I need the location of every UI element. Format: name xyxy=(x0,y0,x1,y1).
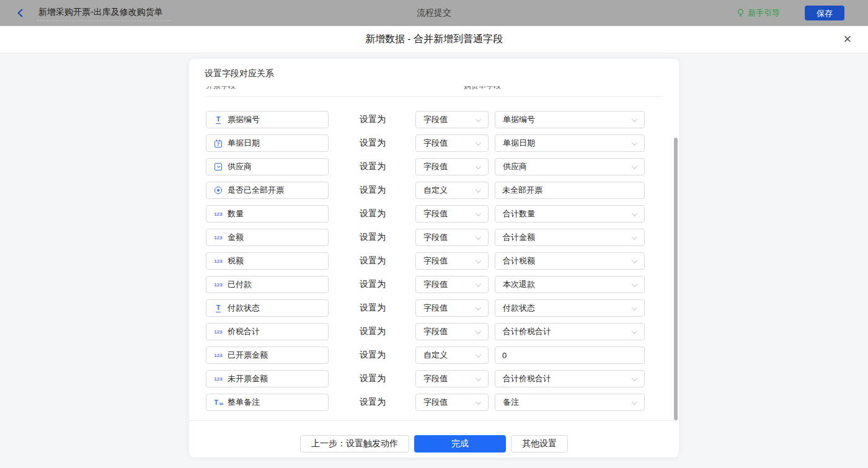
target-field-select[interactable]: 合计价税合计 xyxy=(495,323,645,340)
source-field-label: 整单备注 xyxy=(228,397,260,408)
chevron-down-icon xyxy=(476,351,482,358)
set-to-label: 设置为 xyxy=(360,302,389,314)
target-field-select[interactable]: 单据日期 xyxy=(495,135,645,152)
chevron-down-icon xyxy=(632,399,638,405)
panel-footer: 上一步：设置触发动作 完成 其他设置 xyxy=(189,435,679,453)
value-mode-select[interactable]: 自定义 xyxy=(415,347,489,364)
set-to-label: 设置为 xyxy=(360,397,389,408)
target-field-select[interactable]: 合计金额 xyxy=(495,229,645,246)
target-field-select[interactable]: 合计税额 xyxy=(495,252,645,270)
value-mode-select[interactable]: 字段值 xyxy=(415,158,489,175)
set-to-label: 设置为 xyxy=(360,326,389,337)
target-field-select[interactable]: 备注 xyxy=(495,394,645,411)
custom-value-input[interactable] xyxy=(495,347,645,364)
finish-button[interactable]: 完成 xyxy=(414,435,506,453)
save-button[interactable]: 保存 xyxy=(805,6,844,20)
value-mode-select[interactable]: 字段值 xyxy=(415,111,489,128)
custom-value-input[interactable] xyxy=(495,182,645,199)
value-mode-select[interactable]: 自定义 xyxy=(415,182,489,199)
chevron-down-icon xyxy=(476,257,482,263)
scrollbar-thumb[interactable] xyxy=(674,138,678,420)
flow-name-editable[interactable]: 新增采购开票-出库及修改购货单 xyxy=(37,6,170,21)
other-settings-button[interactable]: 其他设置 xyxy=(511,435,568,453)
top-navbar: 新增采购开票-出库及修改购货单 流程提交 新手引导 保存 xyxy=(0,0,868,26)
target-field-select[interactable]: 付款状态 xyxy=(495,299,645,317)
target-field-select[interactable]: 本次退款 xyxy=(495,276,645,293)
source-field-label: 数量 xyxy=(228,208,244,219)
source-field-box: 123 已开票金额 xyxy=(206,347,329,364)
chevron-down-icon xyxy=(632,163,638,169)
value-mode-select[interactable]: 字段值 xyxy=(415,276,489,293)
target-field-select[interactable]: 合计数量 xyxy=(495,205,645,223)
back-icon[interactable] xyxy=(16,8,26,18)
mapping-row: T 整单备注 设置为 字段值 备注 xyxy=(189,394,679,411)
number-field-icon: 123 xyxy=(213,235,223,241)
source-field-box: 123 金额 xyxy=(206,229,329,246)
chevron-down-icon xyxy=(476,328,482,334)
value-mode-select[interactable]: 字段值 xyxy=(415,323,489,340)
set-to-label: 设置为 xyxy=(360,232,389,243)
source-field-label: 单据日期 xyxy=(228,138,260,149)
chevron-down-icon xyxy=(632,304,638,311)
chevron-down-icon xyxy=(476,304,482,311)
number-field-icon: 123 xyxy=(213,376,223,382)
chevron-down-icon xyxy=(476,139,482,146)
target-field-select[interactable]: 合计价税合计 xyxy=(495,370,645,387)
value-mode-select[interactable]: 字段值 xyxy=(415,252,489,270)
clipped-column-headers: 开票字段 购货单字段 xyxy=(189,86,666,90)
source-field-box: 是否已全部开票 xyxy=(206,182,329,199)
target-field-select[interactable]: 单据编号 xyxy=(495,111,645,128)
source-field-box: T 票据编号 xyxy=(206,111,329,128)
value-mode-select[interactable]: 字段值 xyxy=(415,370,489,387)
source-field-box: T 整单备注 xyxy=(206,394,329,411)
source-field-box: 123 税额 xyxy=(206,252,329,270)
mapping-row: T 付款状态 设置为 字段值 付款状态 xyxy=(189,299,679,317)
value-mode-select[interactable]: 字段值 xyxy=(415,394,489,411)
value-mode-select[interactable]: 字段值 xyxy=(415,299,489,317)
header-divider xyxy=(205,96,663,97)
close-icon[interactable]: ✕ xyxy=(843,33,852,46)
mapping-row: 123 已付款 设置为 字段值 本次退款 xyxy=(189,276,679,293)
source-field-label: 已开票金额 xyxy=(228,350,268,361)
source-field-box: 123 价税合计 xyxy=(206,323,329,340)
chevron-down-icon xyxy=(632,281,638,287)
text-field-icon: T xyxy=(213,116,223,124)
value-mode-select[interactable]: 字段值 xyxy=(415,205,489,223)
set-to-label: 设置为 xyxy=(360,185,389,196)
previous-step-button[interactable]: 上一步：设置触发动作 xyxy=(300,435,409,453)
mapping-row: 123 金额 设置为 字段值 合计金额 xyxy=(189,229,679,246)
chevron-down-icon xyxy=(476,116,482,122)
value-mode-select[interactable]: 字段值 xyxy=(415,135,489,152)
chevron-down-icon xyxy=(632,375,638,381)
dialog-title: 新增数据 - 合并新增到普通字段 xyxy=(365,33,503,46)
lightbulb-icon xyxy=(737,9,745,17)
mapping-row: 123 已开票金额 设置为 自定义 xyxy=(189,347,679,364)
chevron-down-icon xyxy=(476,187,482,193)
set-to-label: 设置为 xyxy=(360,208,389,219)
beginner-guide-link[interactable]: 新手引导 xyxy=(737,7,780,19)
mapping-row: 7 单据日期 设置为 字段值 单据日期 xyxy=(189,135,679,152)
mapping-row: 123 税额 设置为 字段值 合计税额 xyxy=(189,252,679,270)
chevron-down-icon xyxy=(632,328,638,334)
text-field-icon: T xyxy=(213,304,223,312)
clipped-column-header-left: 开票字段 xyxy=(206,86,236,90)
source-field-box: 7 单据日期 xyxy=(206,135,329,152)
chevron-down-icon xyxy=(632,116,638,122)
number-field-icon: 123 xyxy=(213,211,223,217)
chevron-down-icon xyxy=(632,210,638,216)
number-field-icon: 123 xyxy=(213,353,223,358)
number-field-icon: 123 xyxy=(213,282,223,288)
chevron-down-icon xyxy=(632,234,638,240)
set-to-label: 设置为 xyxy=(360,114,389,125)
set-to-label: 设置为 xyxy=(360,255,389,267)
target-field-select[interactable]: 供应商 xyxy=(495,158,645,175)
value-mode-select[interactable]: 字段值 xyxy=(415,229,489,246)
source-field-label: 已付款 xyxy=(228,279,252,290)
footer-divider xyxy=(189,420,679,421)
chevron-down-icon xyxy=(476,210,482,216)
mapping-rows: T 票据编号 设置为 字段值 单据编号 7 单据日期 设置为 字段值 单据日期 … xyxy=(189,111,679,417)
source-field-label: 票据编号 xyxy=(228,114,260,125)
dropdown-field-icon xyxy=(213,163,223,170)
mapping-row: T 票据编号 设置为 字段值 单据编号 xyxy=(189,111,679,128)
chevron-down-icon xyxy=(476,375,482,381)
